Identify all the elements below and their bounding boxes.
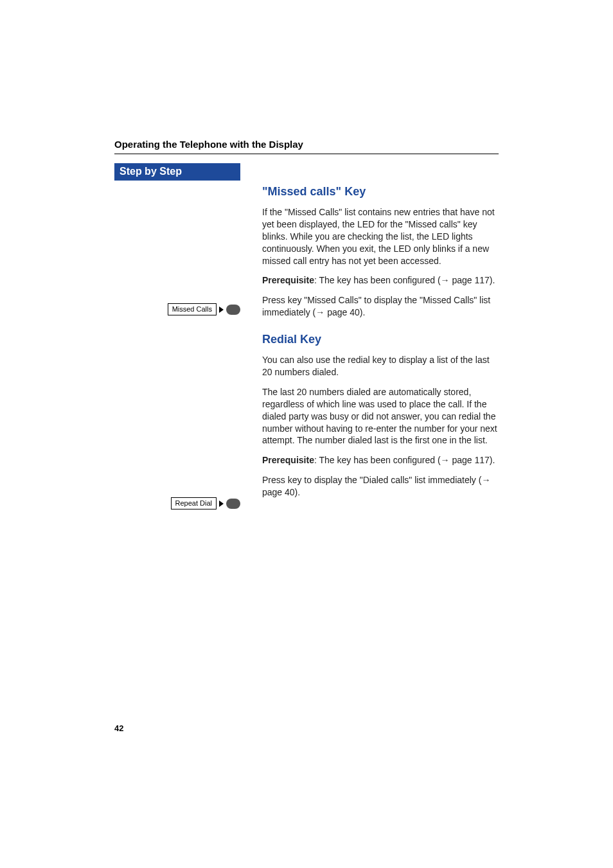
paragraph: The last 20 numbers dialed are automatic… <box>262 386 499 447</box>
heading-missed-calls-key: "Missed calls" Key <box>262 185 499 199</box>
two-column-layout: Step by Step Missed Calls Repeat Dial " <box>114 163 499 506</box>
main-text-column: "Missed calls" Key If the "Missed Calls"… <box>240 163 499 506</box>
step-by-step-banner: Step by Step <box>114 163 240 181</box>
step-by-step-rail: Step by Step Missed Calls Repeat Dial <box>114 163 240 506</box>
paragraph: You can also use the redial key to displ… <box>262 354 499 378</box>
page-number: 42 <box>114 723 123 733</box>
prerequisite-text: : The key has been configured (→ page 11… <box>314 275 495 285</box>
key-notch-icon <box>219 306 224 313</box>
prerequisite-text: : The key has been configured (→ page 11… <box>314 455 495 465</box>
key-lamp-icon <box>226 305 240 315</box>
paragraph: If the "Missed Calls" list contains new … <box>262 206 499 267</box>
phone-key-label: Repeat Dial <box>171 497 217 509</box>
phone-key-missed-calls: Missed Calls <box>168 303 240 315</box>
content-area: Operating the Telephone with the Display… <box>114 139 499 506</box>
phone-key-label: Missed Calls <box>168 303 217 315</box>
paragraph-press-key: Press key "Missed Calls" to display the … <box>262 294 499 319</box>
page: Operating the Telephone with the Display… <box>0 0 613 868</box>
paragraph-prerequisite: Prerequisite: The key has been configure… <box>262 454 499 466</box>
heading-redial-key: Redial Key <box>262 333 499 346</box>
key-notch-icon <box>219 500 224 507</box>
running-header: Operating the Telephone with the Display <box>114 139 499 154</box>
paragraph-press-key: Press key to display the "Dialed calls" … <box>262 474 499 499</box>
paragraph-prerequisite: Prerequisite: The key has been configure… <box>262 274 499 287</box>
prerequisite-label: Prerequisite <box>262 455 314 465</box>
prerequisite-label: Prerequisite <box>262 275 314 285</box>
key-lamp-icon <box>226 499 240 509</box>
phone-key-repeat-dial: Repeat Dial <box>171 497 240 509</box>
